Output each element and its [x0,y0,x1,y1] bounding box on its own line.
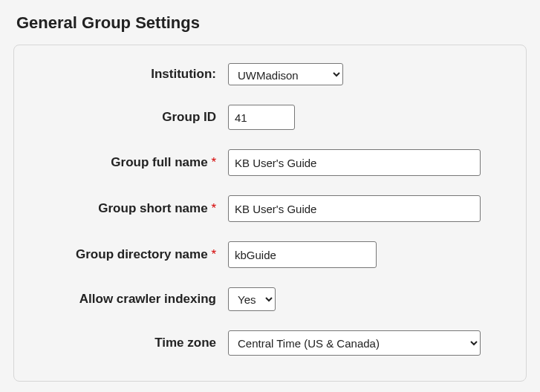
required-marker: * [211,201,216,215]
label-group-short-name: Group short name * [35,200,228,217]
settings-panel: Institution: UWMadison Group ID Group fu… [13,45,527,382]
label-group-full-name: Group full name * [35,154,228,171]
required-marker: * [211,247,216,261]
field-time-zone-col: Central Time (US & Canada) [228,330,505,356]
field-group-full-name-col [228,149,505,176]
group-full-name-input[interactable] [228,149,481,176]
label-group-directory-name: Group directory name * [35,246,228,263]
time-zone-select[interactable]: Central Time (US & Canada) [228,330,481,356]
field-group-id-col [228,105,505,130]
group-short-name-input[interactable] [228,195,481,222]
row-group-directory-name: Group directory name * [35,241,505,268]
label-group-id-text: Group ID [162,110,216,124]
row-group-short-name: Group short name * [35,195,505,222]
required-marker: * [211,155,216,169]
allow-crawler-select[interactable]: Yes [228,287,276,311]
row-group-full-name: Group full name * [35,149,505,176]
label-group-short-name-text: Group short name [98,201,207,215]
page-title: General Group Settings [16,13,527,33]
label-time-zone: Time zone [35,335,228,351]
label-group-directory-name-text: Group directory name [76,247,208,261]
field-institution-col: UWMadison [228,63,505,85]
institution-select[interactable]: UWMadison [228,63,343,85]
row-institution: Institution: UWMadison [35,63,505,85]
label-institution-text: Institution: [151,67,216,81]
label-allow-crawler-text: Allow crawler indexing [79,292,216,306]
label-allow-crawler: Allow crawler indexing [35,291,228,307]
field-allow-crawler-col: Yes [228,287,505,311]
label-group-id: Group ID [35,109,228,125]
field-group-directory-name-col [228,241,505,268]
row-time-zone: Time zone Central Time (US & Canada) [35,330,505,356]
row-group-id: Group ID [35,105,505,130]
label-institution: Institution: [35,66,228,82]
group-id-input [228,105,295,130]
label-group-full-name-text: Group full name [111,155,207,169]
group-directory-name-input [228,241,377,268]
label-time-zone-text: Time zone [154,336,216,350]
field-group-short-name-col [228,195,505,222]
row-allow-crawler: Allow crawler indexing Yes [35,287,505,311]
